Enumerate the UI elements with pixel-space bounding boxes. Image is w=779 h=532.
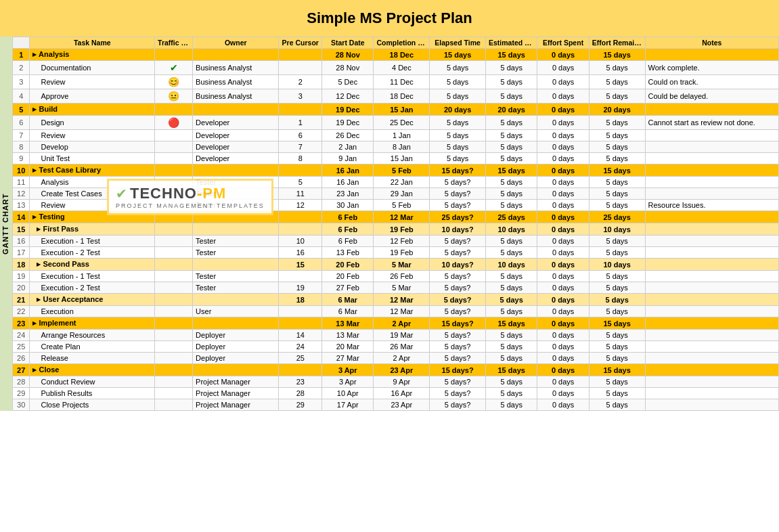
completion-date-cell: 5 Mar — [374, 259, 430, 271]
notes-cell — [645, 282, 778, 294]
col-header-comp[interactable]: Completion Date — [374, 37, 430, 49]
task-name-cell: ▸ Build — [30, 104, 155, 116]
row-number: 5 — [13, 104, 30, 116]
estimated-effort-cell: 10 days — [486, 259, 537, 271]
table-row: 27 ▸ Close 3 Apr 23 Apr 15 days? 15 days… — [13, 364, 779, 376]
col-header-notes[interactable]: Notes — [645, 37, 778, 49]
table-row: 10 ▸ Test Case Library 16 Jan 5 Feb 15 d… — [13, 164, 779, 177]
pre-cursor-cell: 14 — [279, 330, 322, 341]
completion-date-cell: 23 Apr — [374, 364, 430, 376]
effort-spent-cell: 0 days — [537, 306, 589, 317]
table-row: 11 Analysis Tester 5 16 Jan 22 Jan 5 day… — [13, 177, 779, 188]
col-header-start[interactable]: Start Date — [322, 37, 374, 49]
table-row: 28 Conduct Review Project Manager 23 3 A… — [13, 376, 779, 388]
notes-cell: Cannot start as review not done. — [645, 116, 778, 130]
notes-cell — [645, 177, 778, 188]
pre-cursor-cell: 5 — [279, 177, 322, 188]
row-number: 10 — [13, 164, 30, 177]
col-header-task[interactable]: Task Name — [30, 37, 155, 49]
pre-cursor-cell: 24 — [279, 341, 322, 353]
row-number: 17 — [13, 247, 30, 259]
start-date-cell: 3 Apr — [322, 376, 374, 388]
col-header-elapsed[interactable]: Elapsed Time — [430, 37, 486, 49]
owner-cell — [193, 164, 279, 177]
pre-cursor-cell — [279, 306, 322, 317]
owner-cell: Developer — [193, 130, 279, 141]
notes-cell — [645, 317, 778, 330]
completion-date-cell: 26 Feb — [374, 271, 430, 282]
traffic-light-cell — [155, 388, 193, 399]
notes-cell — [645, 188, 778, 200]
effort-remaining-cell: 20 days — [589, 104, 645, 116]
col-header-spent[interactable]: Effort Spent — [537, 37, 589, 49]
row-number: 24 — [13, 330, 30, 341]
effort-spent-cell: 0 days — [537, 130, 589, 141]
row-number: 25 — [13, 341, 30, 353]
effort-remaining-cell: 5 days — [589, 177, 645, 188]
traffic-light-cell: ✔ — [155, 61, 193, 75]
start-date-cell: 30 Jan — [322, 200, 374, 211]
task-name-cell: Review — [30, 130, 155, 141]
row-number: 23 — [13, 317, 30, 330]
notes-cell — [645, 271, 778, 282]
traffic-light-cell — [155, 247, 193, 259]
completion-date-cell: 12 Mar — [374, 294, 430, 306]
effort-spent-cell: 0 days — [537, 177, 589, 188]
row-number: 26 — [13, 353, 30, 364]
task-name-cell: Design — [30, 116, 155, 130]
owner-cell: Tester — [193, 177, 279, 188]
task-name-cell: ▸ Close — [30, 364, 155, 376]
estimated-effort-cell: 10 days — [486, 223, 537, 236]
table-row: 4 Approve 😐 Business Analyst 3 12 Dec 18… — [13, 89, 779, 104]
effort-spent-cell: 0 days — [537, 259, 589, 271]
task-name-cell: Documentation — [30, 61, 155, 75]
notes-cell — [645, 364, 778, 376]
col-header-traffic[interactable]: Traffic Light — [155, 37, 193, 49]
table-row: 3 Review 😊 Business Analyst 2 5 Dec 11 D… — [13, 75, 779, 89]
pre-cursor-cell: 18 — [279, 294, 322, 306]
task-name-cell: ▸ Testing — [30, 211, 155, 223]
col-header-est[interactable]: Estimated Effort — [486, 37, 537, 49]
elapsed-time-cell: 10 days? — [430, 259, 486, 271]
row-number: 16 — [13, 236, 30, 247]
elapsed-time-cell: 5 days? — [430, 399, 486, 411]
completion-date-cell: 12 Mar — [374, 211, 430, 223]
owner-cell: Tester — [193, 282, 279, 294]
start-date-cell: 6 Mar — [322, 306, 374, 317]
project-table: Task Name Traffic Light Owner Pre Cursor… — [12, 37, 779, 411]
col-header-remain[interactable]: Effort Remaining — [589, 37, 645, 49]
table-row: 18 ▸ Second Pass 15 20 Feb 5 Mar 10 days… — [13, 259, 779, 271]
effort-remaining-cell: 5 days — [589, 330, 645, 341]
task-name-cell: Approve — [30, 89, 155, 104]
effort-spent-cell: 0 days — [537, 153, 589, 164]
notes-cell — [645, 164, 778, 177]
start-date-cell: 12 Dec — [322, 89, 374, 104]
estimated-effort-cell: 5 days — [486, 236, 537, 247]
start-date-cell: 13 Feb — [322, 247, 374, 259]
row-number: 20 — [13, 282, 30, 294]
elapsed-time-cell: 5 days — [430, 89, 486, 104]
notes-cell: Could be delayed. — [645, 89, 778, 104]
effort-spent-cell: 0 days — [537, 89, 589, 104]
notes-cell — [645, 49, 778, 61]
completion-date-cell: 25 Dec — [374, 116, 430, 130]
elapsed-time-cell: 5 days — [430, 153, 486, 164]
table-row: 21 ▸ User Acceptance 18 6 Mar 12 Mar 5 d… — [13, 294, 779, 306]
col-header-pre[interactable]: Pre Cursor — [279, 37, 322, 49]
notes-cell — [645, 376, 778, 388]
effort-remaining-cell: 5 days — [589, 306, 645, 317]
start-date-cell: 20 Mar — [322, 341, 374, 353]
completion-date-cell: 23 Apr — [374, 399, 430, 411]
completion-date-cell: 15 Jan — [374, 104, 430, 116]
start-date-cell: 16 Jan — [322, 164, 374, 177]
estimated-effort-cell: 25 days — [486, 211, 537, 223]
pre-cursor-cell — [279, 61, 322, 75]
notes-cell — [645, 223, 778, 236]
estimated-effort-cell: 5 days — [486, 89, 537, 104]
estimated-effort-cell: 5 days — [486, 388, 537, 399]
row-number: 4 — [13, 89, 30, 104]
owner-cell: Business Analyst — [193, 89, 279, 104]
col-header-owner[interactable]: Owner — [193, 37, 279, 49]
pre-cursor-cell — [279, 271, 322, 282]
owner-cell — [193, 211, 279, 223]
